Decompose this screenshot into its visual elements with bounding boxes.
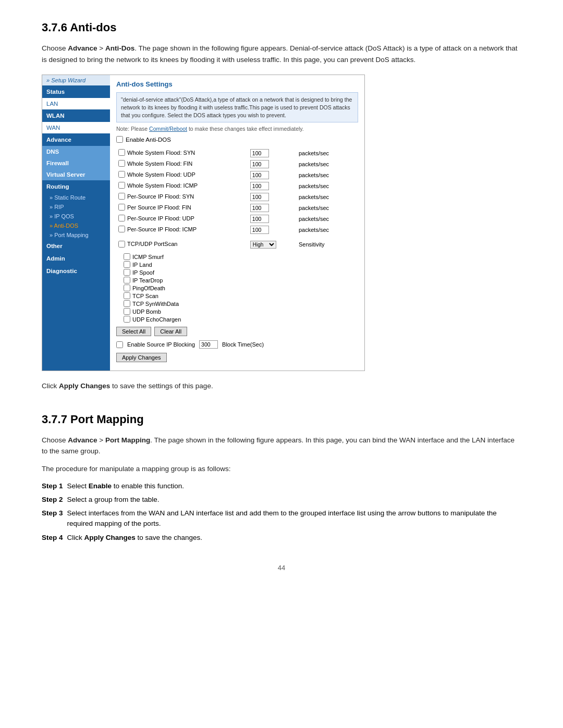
flood-input[interactable]	[250, 182, 269, 190]
flood-input[interactable]	[250, 193, 269, 201]
section1-heading: 3.7.6 Anti-dos	[42, 21, 521, 34]
sidebar-item-diagnostic[interactable]: Diagnostic	[42, 265, 110, 277]
flood-label: Per Source IP Flood: FIN	[127, 204, 191, 211]
sidebar-item-admin[interactable]: Admin	[42, 252, 110, 265]
attack-checkbox[interactable]	[124, 285, 130, 291]
section2-intro: Choose Advance > Port Mapping. The page …	[42, 435, 521, 457]
attack-checkbox[interactable]	[124, 292, 130, 299]
attack-checkbox[interactable]	[124, 277, 130, 283]
flood-unit: packets/sec	[299, 216, 329, 222]
attack-item: TCP Scan	[124, 292, 358, 299]
flood-row: Per Source IP Flood: FIN packets/sec	[117, 203, 357, 213]
attack-label: TCP SynWithData	[132, 301, 179, 307]
select-clear-row: Select All Clear All	[116, 327, 358, 336]
flood-row: Whole System Flood: SYN packets/sec	[117, 148, 357, 158]
flood-input[interactable]	[250, 149, 269, 157]
attack-label: PingOfDeath	[132, 285, 165, 291]
sidebar-item-dns[interactable]: DNS	[42, 146, 110, 157]
sidebar-item-other[interactable]: Other	[42, 240, 110, 252]
flood-checkbox[interactable]	[118, 182, 125, 189]
sidebar-item-ipqos[interactable]: » IP QOS	[42, 212, 110, 221]
sidebar-item-firewall[interactable]: Firewall	[42, 157, 110, 169]
enable-antidos-checkbox[interactable]	[116, 136, 123, 143]
attack-item: IP TearDrop	[124, 277, 358, 283]
enable-source-blocking-checkbox[interactable]	[116, 341, 123, 348]
flood-row: Whole System Flood: FIN packets/sec	[117, 159, 357, 169]
attack-item: IP Spoof	[124, 269, 358, 276]
flood-input[interactable]	[250, 171, 269, 179]
flood-checkbox[interactable]	[118, 171, 125, 178]
sidebar-item-antidos[interactable]: » Anti-DOS	[42, 221, 110, 230]
flood-label: Whole System Flood: FIN	[127, 161, 192, 167]
flood-checkbox[interactable]	[118, 160, 125, 167]
flood-checkbox[interactable]	[118, 226, 125, 232]
sidebar-item-status[interactable]: Status	[42, 85, 110, 98]
sidebar-item-port-mapping[interactable]: » Port Mapping	[42, 230, 110, 240]
flood-row: Whole System Flood: UDP packets/sec	[117, 170, 357, 180]
source-blocking-row: Enable Source IP Blocking Block Time(Sec…	[116, 340, 358, 349]
flood-input[interactable]	[250, 204, 269, 212]
step-label: Step 1	[42, 481, 63, 491]
flood-unit: packets/sec	[299, 183, 329, 189]
sidebar-item-static-route[interactable]: » Static Route	[42, 193, 110, 202]
section-antidos: 3.7.6 Anti-dos Choose Advance > Anti-Dos…	[42, 21, 521, 392]
attack-checkbox[interactable]	[124, 300, 130, 307]
step-text: Select Enable to enable this function.	[67, 481, 184, 491]
sidebar-item-lan[interactable]: LAN	[42, 98, 110, 109]
attack-label: UDP Bomb	[132, 309, 161, 315]
attack-item: UDP EchoChargen	[124, 316, 358, 323]
flood-checkbox[interactable]	[118, 204, 125, 211]
step-label: Step 4	[42, 533, 63, 543]
step-item: Step 3 Select interfaces from the WAN an…	[42, 508, 521, 529]
section1-click-note: Click Apply Changes to save the settings…	[42, 380, 521, 392]
flood-unit: packets/sec	[299, 172, 329, 178]
block-time-label: Block Time(Sec)	[222, 341, 264, 348]
flood-unit: packets/sec	[299, 227, 329, 233]
flood-input[interactable]	[250, 215, 269, 223]
attack-label: IP Spoof	[132, 269, 154, 276]
attack-checkbox[interactable]	[124, 261, 130, 268]
select-all-button[interactable]: Select All	[116, 327, 151, 336]
panel-title: Anti-dos Settings	[116, 80, 358, 88]
flood-unit: packets/sec	[299, 205, 329, 211]
attack-checkbox[interactable]	[124, 316, 130, 323]
clear-all-button[interactable]: Clear All	[154, 327, 187, 336]
flood-checkbox[interactable]	[118, 193, 125, 200]
flood-checkbox[interactable]	[118, 215, 125, 221]
portscan-checkbox[interactable]	[118, 241, 125, 248]
attack-label: TCP Scan	[132, 293, 158, 299]
commit-reboot-link[interactable]: Commit/Reboot	[149, 126, 187, 132]
step-label: Step 2	[42, 495, 63, 505]
enable-antidos-row: Enable Anti-DOS	[116, 136, 358, 143]
section-portmapping: 3.7.7 Port Mapping Choose Advance > Port…	[42, 413, 521, 543]
sidebar-item-routing[interactable]: Routing	[42, 180, 110, 193]
sidebar-item-virtual-server[interactable]: Virtual Server	[42, 169, 110, 180]
sidebar-item-rip[interactable]: » RIP	[42, 202, 110, 212]
info-box: "denial-of-service attack"(DoS Attack),a…	[116, 92, 358, 122]
sidebar-item-advance[interactable]: Advance	[42, 133, 110, 146]
enable-source-blocking-label: Enable Source IP Blocking	[127, 341, 195, 348]
step-text: Select interfaces from the WAN and LAN i…	[67, 508, 521, 529]
attack-checkbox[interactable]	[124, 269, 130, 276]
flood-row: Per-Source IP Flood: SYN packets/sec	[117, 192, 357, 202]
step-text: Click Apply Changes to save the changes.	[67, 533, 203, 543]
apply-changes-button[interactable]: Apply Changes	[116, 353, 167, 362]
step-item: Step 1 Select Enable to enable this func…	[42, 481, 521, 491]
flood-checkbox[interactable]	[118, 149, 125, 156]
block-time-input[interactable]	[199, 340, 218, 349]
step-text: Select a group from the table.	[67, 495, 160, 505]
section2-procedure-intro: The procedure for manipulate a mapping g…	[42, 463, 521, 475]
sensitivity-select[interactable]: High Medium Low	[250, 241, 276, 249]
attack-checkbox[interactable]	[124, 308, 130, 315]
flood-unit: packets/sec	[299, 194, 329, 200]
flood-row: Per-Source IP Flood: ICMP packets/sec	[117, 225, 357, 235]
flood-input[interactable]	[250, 226, 269, 234]
sidebar-item-setup-wizard[interactable]: » Setup Wizard	[42, 75, 110, 85]
step-item: Step 2 Select a group from the table.	[42, 495, 521, 505]
sidebar-item-wan[interactable]: WAN	[42, 122, 110, 133]
attack-checkbox[interactable]	[124, 253, 130, 260]
flood-input[interactable]	[250, 160, 269, 168]
apply-btn-row: Apply Changes	[116, 353, 358, 362]
step-item: Step 4 Click Apply Changes to save the c…	[42, 533, 521, 543]
sidebar-item-wlan[interactable]: WLAN	[42, 109, 110, 122]
